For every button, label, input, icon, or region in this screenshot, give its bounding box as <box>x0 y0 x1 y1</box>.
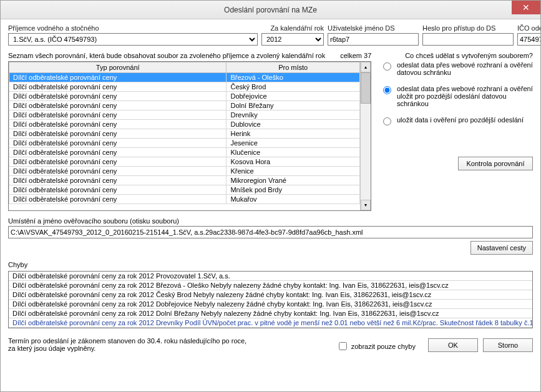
year-label: Za kalendářní rok <box>261 24 324 32</box>
table-row[interactable]: Dílčí odběratelské porovnání cenyDolní B… <box>9 101 360 110</box>
table-row[interactable]: Dílčí odběratelské porovnání cenyDrevník… <box>9 110 360 120</box>
table-row[interactable]: Dílčí odběratelské porovnání cenyMikrore… <box>9 176 360 185</box>
cell-type: Dílčí odběratelské porovnání ceny <box>9 82 227 92</box>
ds-user-label: Uživatelské jméno DS <box>328 24 419 32</box>
year-select[interactable]: 2012 <box>261 33 324 46</box>
cell-place: Kosova Hora <box>227 157 360 167</box>
cell-place: Klučenice <box>227 148 360 157</box>
ds-pass-input[interactable] <box>422 33 514 46</box>
path-input[interactable] <box>8 226 533 238</box>
scroll-thumb[interactable] <box>361 72 371 104</box>
col-place-header[interactable]: Pro místo <box>227 62 360 73</box>
error-row[interactable]: Dílčí odběratelské porovnání ceny za rok… <box>9 318 532 328</box>
radio-save-all-later[interactable]: uložit data i ověření pro pozdější odesl… <box>380 116 533 125</box>
cell-place: Herink <box>227 129 360 139</box>
close-icon: ✕ <box>522 2 530 12</box>
ico-label: IČO odesílatele <box>517 24 541 32</box>
cell-type: Dílčí odběratelské porovnání ceny <box>9 157 227 167</box>
table-row[interactable]: Dílčí odběratelské porovnání cenyKřenice <box>9 167 360 176</box>
cell-place: Drevníky <box>227 110 360 120</box>
cell-type: Dílčí odběratelské porovnání ceny <box>9 110 227 120</box>
recipient-label: Příjemce vodného a stočného <box>8 24 258 32</box>
scroll-up-icon[interactable]: ▴ <box>361 62 371 72</box>
cell-place: Mukařov <box>227 195 360 204</box>
ds-pass-label: Heslo pro přístup do DS <box>422 24 514 32</box>
cancel-button[interactable]: Storno <box>483 338 533 352</box>
cell-place: Březová - Oleško <box>227 73 360 82</box>
error-row[interactable]: Dílčí odběratelské porovnání ceny za rok… <box>9 281 532 290</box>
cell-place: Dolní Břežany <box>227 101 360 110</box>
cell-type: Dílčí odběratelské porovnání ceny <box>9 120 227 129</box>
path-settings-button[interactable]: Nastavení cesty <box>470 241 533 255</box>
cell-place: Český Brod <box>227 82 360 92</box>
comparison-table[interactable]: Typ porovnání Pro místo Dílčí odběratels… <box>8 61 371 211</box>
table-scrollbar[interactable]: ▴ ▾ <box>360 62 371 210</box>
table-row[interactable]: Dílčí odběratelské porovnání cenyČeský B… <box>9 82 360 92</box>
table-row[interactable]: Dílčí odběratelské porovnání cenyJesenic… <box>9 139 360 148</box>
table-row[interactable]: Dílčí odběratelské porovnání cenyMukařov <box>9 195 360 204</box>
titlebar: Odeslání porovnání na MZe ✕ <box>1 1 540 19</box>
ds-user-input[interactable] <box>328 33 419 46</box>
list-intro-label: Seznam všech porovnání, která bude obsah… <box>8 52 325 59</box>
errors-list[interactable]: Dílčí odběratelské porovnání ceny za rok… <box>8 271 533 328</box>
cell-place: Dublovice <box>227 120 360 129</box>
cell-place: Dobřejovice <box>227 92 360 101</box>
cell-type: Dílčí odběratelské porovnání ceny <box>9 148 227 157</box>
question-label: Co chceš udělat s vytvořeným souborem? <box>405 52 533 59</box>
recipient-select[interactable]: 1.SčV, a.s. (IČO 47549793) <box>8 33 258 46</box>
cell-place: Mníšek pod Brdy <box>227 185 360 195</box>
cell-place: Jesenice <box>227 139 360 148</box>
table-row[interactable]: Dílčí odběratelské porovnání cenyKosova … <box>9 157 360 167</box>
col-type-header[interactable]: Typ porovnání <box>9 62 227 73</box>
count-label: celkem 37 <box>340 52 371 59</box>
table-row[interactable]: Dílčí odběratelské porovnání cenyDobřejo… <box>9 92 360 101</box>
ok-button[interactable]: OK <box>428 338 478 352</box>
table-row[interactable]: Dílčí odběratelské porovnání cenyMníšek … <box>9 185 360 195</box>
cell-place: Křenice <box>227 167 360 176</box>
scroll-down-icon[interactable]: ▾ <box>361 200 371 210</box>
path-label: Umístění a jméno ověřovacího souboru (ot… <box>8 217 533 225</box>
error-row[interactable]: Dílčí odběratelské porovnání ceny za rok… <box>9 272 532 281</box>
cell-type: Dílčí odběratelské porovnání ceny <box>9 167 227 176</box>
cell-type: Dílčí odběratelské porovnání ceny <box>9 139 227 148</box>
table-row[interactable]: Dílčí odběratelské porovnání cenyBřezová… <box>9 73 360 82</box>
cell-type: Dílčí odběratelské porovnání ceny <box>9 129 227 139</box>
table-row[interactable]: Dílčí odběratelské porovnání cenyKlučeni… <box>9 148 360 157</box>
table-row[interactable]: Dílčí odběratelské porovnání cenyDublovi… <box>9 120 360 129</box>
close-button[interactable]: ✕ <box>512 1 540 14</box>
error-row[interactable]: Dílčí odběratelské porovnání ceny za rok… <box>9 309 532 318</box>
cell-type: Dílčí odběratelské porovnání ceny <box>9 185 227 195</box>
radio-send-save-later[interactable]: odeslat data přes webové rozhraní a ověř… <box>380 85 533 107</box>
cell-place: Mikroregion Vrané <box>227 176 360 185</box>
cell-type: Dílčí odběratelské porovnání ceny <box>9 92 227 101</box>
cell-type: Dílčí odběratelské porovnání ceny <box>9 101 227 110</box>
errors-label: Chyby <box>8 261 533 268</box>
radio-send-verify-ds[interactable]: odeslat data přes webové rozhraní a ověř… <box>380 61 533 76</box>
window-title: Odeslání porovnání na MZe <box>1 6 540 14</box>
cell-type: Dílčí odběratelské porovnání ceny <box>9 176 227 185</box>
cell-type: Dílčí odběratelské porovnání ceny <box>9 195 227 204</box>
cell-type: Dílčí odběratelské porovnání ceny <box>9 73 227 82</box>
ico-input[interactable] <box>517 33 541 46</box>
term-note: Termín pro odeslání je zákonem stanoven … <box>8 337 324 352</box>
show-errors-only-checkbox[interactable]: zobrazit pouze chyby <box>336 340 416 352</box>
check-button[interactable]: Kontrola porovnání <box>458 157 533 170</box>
error-row[interactable]: Dílčí odběratelské porovnání ceny za rok… <box>9 300 532 309</box>
action-radio-group: odeslat data přes webové rozhraní a ověř… <box>380 61 533 125</box>
table-row[interactable]: Dílčí odběratelské porovnání cenyHerink <box>9 129 360 139</box>
error-row[interactable]: Dílčí odběratelské porovnání ceny za rok… <box>9 290 532 300</box>
